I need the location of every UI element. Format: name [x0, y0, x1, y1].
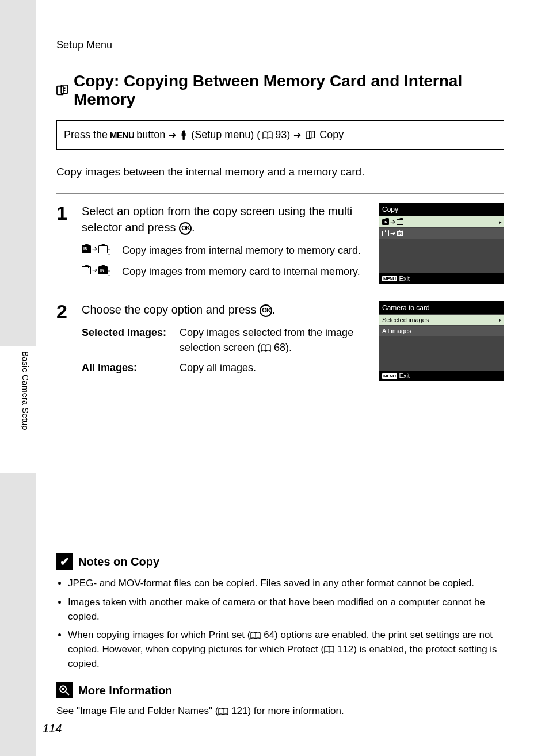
internal-memory-icon: IN [396, 231, 403, 236]
book-icon [262, 131, 273, 139]
notes-heading: Notes on Copy [78, 555, 159, 568]
notes-block: ✔ Notes on Copy JPEG- and MOV-format fil… [56, 553, 504, 671]
more-info-text: See "Image File and Folder Names" ( 121)… [56, 705, 504, 717]
caret-right-icon: ▸ [499, 317, 502, 323]
wrench-icon [180, 129, 189, 141]
option-desc: Copy all images. [180, 361, 366, 375]
intro-text: Copy images between the internal memory … [56, 166, 504, 178]
nav-text: Copy [319, 129, 344, 141]
screen-row-selected: IN ➔ ▸ [379, 216, 504, 227]
option-desc: Copy images from internal memory to memo… [122, 243, 366, 259]
notes-item: Images taken with another make of camera… [68, 595, 504, 624]
step-title-text: Select an option from the copy screen us… [82, 205, 352, 234]
notes-item: When copying images for which Print set … [68, 628, 504, 671]
page-title-text: Copy: Copying Between Memory Card and In… [74, 72, 504, 109]
info-search-icon [56, 682, 73, 698]
svg-point-10 [62, 688, 64, 691]
page-number: 114 [43, 722, 62, 735]
notes-list: JPEG- and MOV-format files can be copied… [56, 576, 504, 671]
arrow-right-icon: ➔ [92, 266, 97, 274]
arrow-right-icon: ➔ [292, 129, 302, 140]
card-icon [396, 219, 403, 225]
arrow-right-icon: ➔ [390, 230, 395, 237]
step-number: 2 [56, 301, 74, 381]
screen-body [379, 239, 504, 273]
screen-row-label: Selected images [382, 316, 429, 323]
option-desc: Copy images selected from the image sele… [180, 326, 366, 354]
step-title-text: Choose the copy option and press [82, 303, 260, 316]
option-desc-text: 68). [274, 342, 292, 353]
menu-button-label: MENU [110, 130, 134, 140]
internal-memory-icon: IN [82, 245, 91, 253]
side-section-label: Basic Camera Setup [21, 351, 30, 430]
step-2-block: 2 Choose the copy option and press OK. S… [56, 292, 504, 381]
option-row: Selected images: Copy images selected fr… [82, 326, 366, 354]
check-box-icon: ✔ [56, 553, 73, 570]
copy-icon [304, 129, 317, 141]
option-icon-label: IN ➔ : [82, 243, 117, 259]
arrow-right-icon: ➔ [390, 218, 395, 226]
internal-memory-icon: IN [382, 219, 389, 225]
screen-title: Copy [379, 203, 504, 216]
breadcrumb: Setup Menu [56, 39, 504, 51]
option-row: All images: Copy all images. [82, 361, 366, 375]
option-label: All images: [82, 361, 175, 375]
step-title-text: . [272, 303, 276, 316]
page-title: Copy: Copying Between Memory Card and In… [56, 72, 504, 109]
ok-button-icon: OK [179, 222, 192, 235]
screen-row-label: All images [382, 327, 411, 334]
caret-right-icon: ▸ [499, 219, 502, 225]
nav-text: (Setup menu) ( [191, 129, 260, 141]
copy-icon [56, 85, 69, 96]
screen-footer: MENU Exit [379, 371, 504, 381]
more-info-text-part: See "Image File and Folder Names" ( [56, 705, 218, 716]
step-title: Select an option from the copy screen us… [82, 203, 366, 235]
book-icon [324, 646, 334, 654]
step-1-block: 1 Select an option from the copy screen … [56, 193, 504, 286]
nav-text: Press the [64, 129, 108, 141]
more-info-text-part: 121) for more information. [231, 705, 344, 716]
svg-line-9 [66, 692, 69, 695]
page-body: Setup Menu Copy: Copying Between Memory … [36, 0, 549, 756]
card-icon [382, 231, 389, 236]
card-icon [98, 245, 108, 253]
step-number: 1 [56, 203, 74, 286]
screen-title: Camera to card [379, 301, 504, 314]
arrow-right-icon: ➔ [92, 245, 97, 253]
option-row: IN ➔ : Copy images from internal memory … [82, 243, 366, 259]
step-title-text: . [192, 221, 195, 234]
screen-exit-label: Exit [399, 275, 410, 282]
book-icon [218, 708, 228, 716]
screen-row: All images [379, 325, 504, 336]
internal-memory-icon: IN [98, 266, 108, 274]
screen-body [379, 336, 504, 371]
option-desc: Copy images from memory card to internal… [122, 265, 366, 280]
option-row: ➔ IN : Copy images from memory card to i… [82, 265, 366, 280]
more-info-block: More Information See "Image File and Fol… [56, 682, 504, 717]
camera-screen-copy: Copy IN ➔ ▸ ➔ IN [379, 203, 504, 284]
more-info-heading: More Information [78, 684, 172, 697]
book-icon [250, 632, 261, 640]
arrow-right-icon: ➔ [167, 129, 177, 140]
ok-button-icon: OK [260, 304, 272, 317]
screen-footer: MENU Exit [379, 273, 504, 284]
nav-text: button [136, 129, 165, 141]
menu-button-mini: MENU [382, 276, 397, 281]
notes-item: JPEG- and MOV-format files can be copied… [68, 576, 504, 591]
option-icon-label: ➔ IN : [82, 265, 117, 280]
more-info-heading-row: More Information [56, 682, 504, 698]
screen-exit-label: Exit [399, 372, 410, 379]
camera-screen-camera-to-card: Camera to card Selected images ▸ All ima… [379, 301, 504, 381]
notes-heading-row: ✔ Notes on Copy [56, 553, 504, 570]
option-label: Selected images: [82, 326, 175, 354]
notes-item-text: When copying images for which Print set … [68, 629, 250, 640]
menu-button-mini: MENU [382, 373, 397, 379]
screen-row: ➔ IN [379, 227, 504, 239]
nav-text: 93) [275, 129, 290, 141]
screen-row-selected: Selected images ▸ [379, 314, 504, 325]
book-icon [261, 344, 271, 352]
nav-path-box: Press the MENU button ➔ (Setup menu) ( 9… [56, 120, 504, 150]
card-icon [82, 266, 91, 274]
step-title: Choose the copy option and press OK. [82, 301, 366, 318]
